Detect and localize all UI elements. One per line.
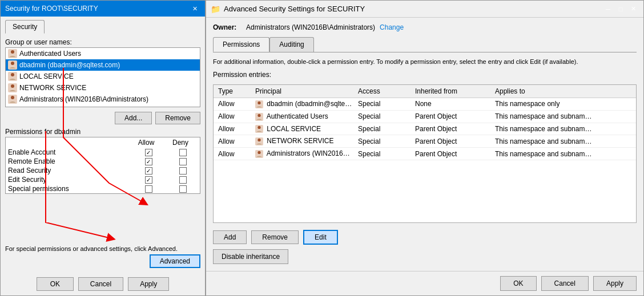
cell-principal: NETWORK SERVICE <box>253 136 356 146</box>
perm-name: Read Security <box>8 167 129 175</box>
cell-principal: LOCAL SERVICE <box>253 124 356 134</box>
right-cancel-button[interactable]: Cancel <box>541 276 589 291</box>
group-users-section: Group or user names: Authenticated Users… <box>5 38 200 107</box>
minimize-button[interactable]: ─ <box>602 4 614 14</box>
allow-checkbox[interactable] <box>145 176 152 184</box>
left-tab-bar: Security <box>1 17 205 34</box>
owner-label: Owner: <box>213 23 242 31</box>
table-row[interactable]: Allow Authenticated Users Special Parent… <box>214 111 636 123</box>
auditing-tab[interactable]: Auditing <box>269 37 313 52</box>
cell-applies: This namespace and subname... <box>493 149 595 159</box>
table-row[interactable]: Allow Administrators (WIN2016B\A... Spec… <box>214 148 636 160</box>
disable-inheritance-button[interactable]: Disable inheritance <box>213 249 288 264</box>
principal-icon <box>255 125 263 133</box>
maximize-button[interactable]: □ <box>615 4 626 14</box>
user-icon <box>8 95 17 104</box>
list-item[interactable]: Administrators (WIN2016B\Administrators) <box>6 94 200 105</box>
add-entry-button[interactable]: Add <box>213 230 247 244</box>
cell-access: Special <box>356 112 413 121</box>
user-icon <box>8 60 17 70</box>
principal-icon <box>255 150 263 158</box>
right-tab-bar: Permissions Auditing <box>213 37 637 52</box>
deny-checkbox[interactable] <box>179 167 187 175</box>
permissions-table: Type Principal Access Inherited from App… <box>213 84 637 223</box>
right-titlebar: 📁 Advanced Security Settings for SECURIT… <box>206 1 643 18</box>
left-title: Security for ROOT\SECURITY <box>5 5 98 13</box>
add-button[interactable]: Add... <box>115 112 152 124</box>
ok-button[interactable]: OK <box>37 277 74 291</box>
deny-checkbox[interactable] <box>179 149 187 156</box>
security-tab[interactable]: Security <box>5 20 45 34</box>
perm-entries-label: Permission entries: <box>213 71 637 79</box>
list-item[interactable]: NETWORK SERVICE <box>6 82 200 94</box>
user-name: Administrators (WIN2016B\Administrators) <box>19 95 148 103</box>
remove-button[interactable]: Remove <box>155 112 200 124</box>
left-close-button[interactable]: ✕ <box>189 3 200 14</box>
permissions-tab[interactable]: Permissions <box>213 37 269 52</box>
svg-point-19 <box>257 151 260 154</box>
user-name: NETWORK SERVICE <box>19 84 86 92</box>
right-ok-button[interactable]: OK <box>500 276 536 291</box>
cell-access: Special <box>356 99 413 108</box>
list-item[interactable]: Authenticated Users <box>6 48 200 59</box>
cancel-button[interactable]: Cancel <box>78 277 123 291</box>
svg-point-7 <box>11 84 14 88</box>
principal-icon <box>255 137 263 145</box>
svg-point-3 <box>11 62 14 65</box>
cell-inherited: Parent Object <box>413 137 493 146</box>
left-content: Group or user names: Authenticated Users… <box>1 34 205 273</box>
cell-applies: This namespace and subname... <box>493 124 595 133</box>
advanced-button[interactable]: Advanced <box>150 254 200 268</box>
cell-type: Allow <box>216 112 253 121</box>
add-remove-row: Add... Remove <box>5 112 200 124</box>
left-security-dialog: Security for ROOT\SECURITY ✕ Security Gr… <box>0 0 206 296</box>
perm-name: Special permissions <box>8 185 129 193</box>
change-link[interactable]: Change <box>380 23 404 31</box>
table-row[interactable]: Allow NETWORK SERVICE Special Parent Obj… <box>214 135 636 148</box>
list-item[interactable]: LOCAL SERVICE <box>6 71 200 82</box>
allow-checkbox[interactable] <box>145 149 152 156</box>
svg-point-9 <box>11 96 14 99</box>
svg-point-15 <box>257 126 260 129</box>
right-close-button[interactable]: ✕ <box>627 4 639 14</box>
cell-applies: This namespace and subname... <box>493 112 595 121</box>
cell-type: Allow <box>216 99 253 108</box>
col-applies: Applies to <box>493 87 595 96</box>
allow-checkbox[interactable] <box>145 158 152 165</box>
svg-point-5 <box>11 73 14 76</box>
remove-entry-button[interactable]: Remove <box>251 230 299 244</box>
deny-checkbox[interactable] <box>179 158 187 165</box>
action-btn-row: Add Remove Edit <box>213 226 637 245</box>
deny-checkbox[interactable] <box>179 185 187 193</box>
deny-checkbox[interactable] <box>179 176 187 184</box>
cell-type: Allow <box>216 149 253 159</box>
svg-point-11 <box>257 102 260 104</box>
col-type: Type <box>216 87 253 96</box>
left-titlebar: Security for ROOT\SECURITY ✕ <box>1 1 205 17</box>
right-titlebar-controls: ─ □ ✕ <box>602 4 639 14</box>
right-title: Advanced Security Settings for SECURITY <box>224 5 365 13</box>
allow-checkbox[interactable] <box>145 185 152 193</box>
edit-entry-button[interactable]: Edit <box>303 230 338 245</box>
svg-point-17 <box>257 139 260 141</box>
right-apply-button[interactable]: Apply <box>593 276 637 291</box>
apply-button[interactable]: Apply <box>128 277 169 291</box>
group-users-label: Group or user names: <box>5 38 200 46</box>
cell-applies: This namespace and subname... <box>493 137 595 146</box>
user-icon <box>8 49 17 58</box>
deny-header: Deny <box>163 139 198 147</box>
right-content: Owner: Administrators (WIN2016B\Administ… <box>206 18 643 271</box>
users-list[interactable]: Authenticated Users dbadmin (dbadmin@sql… <box>5 47 200 107</box>
user-icon <box>8 72 17 81</box>
table-row[interactable]: Allow dbadmin (dbadmin@sqltest.c... Spec… <box>214 98 636 111</box>
list-item[interactable]: dbadmin (dbadmin@sqltest.com) <box>6 59 200 71</box>
perm-row: Remote Enable <box>6 157 200 166</box>
svg-point-13 <box>257 113 260 116</box>
bottom-btn-row: OK Cancel Apply <box>1 273 205 295</box>
cell-principal: Authenticated Users <box>253 112 356 121</box>
principal-icon <box>255 113 263 121</box>
cell-access: Special <box>356 149 413 159</box>
allow-checkbox[interactable] <box>145 167 152 175</box>
table-row[interactable]: Allow LOCAL SERVICE Special Parent Objec… <box>214 123 636 136</box>
col-access: Access <box>356 87 413 96</box>
